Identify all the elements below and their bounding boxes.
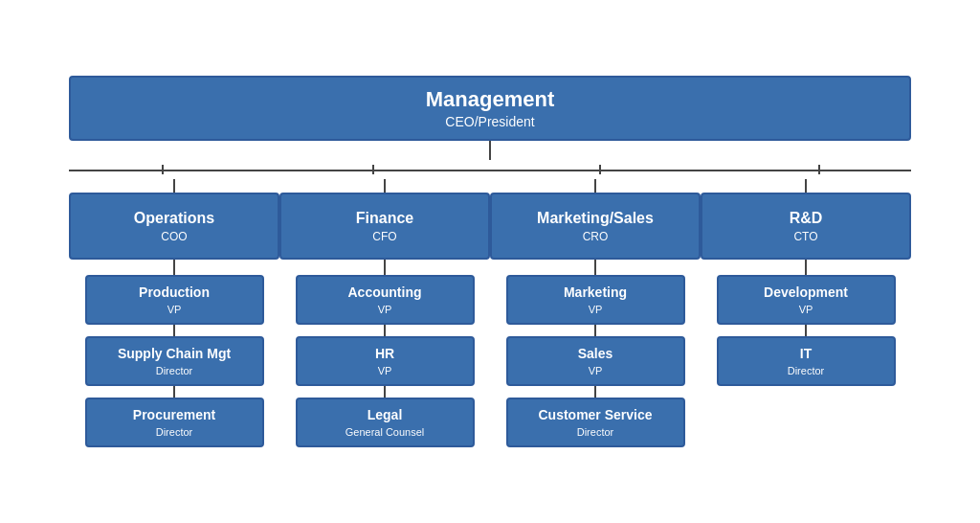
rd-title: R&D xyxy=(712,209,900,227)
marketing-sales-subtitle: CRO xyxy=(501,230,689,243)
second-row-connectors xyxy=(69,179,911,193)
tick-2 xyxy=(372,165,374,174)
columns-row: Operations COO Production VP Supply Chai… xyxy=(69,193,911,446)
production-node: Production VP xyxy=(85,275,264,325)
hr-node: HR VP xyxy=(296,336,475,386)
marketing-sales-title: Marketing/Sales xyxy=(501,209,689,227)
marketing-node: Marketing VP xyxy=(506,275,685,325)
supply-chain-node: Supply Chain Mgt Director xyxy=(85,336,264,386)
rd-children: Development VP IT Director xyxy=(717,275,896,386)
legal-node: Legal General Counsel xyxy=(296,398,475,447)
tick-4 xyxy=(818,165,820,174)
marketing-column: Marketing/Sales CRO Marketing VP Sales V… xyxy=(490,193,701,446)
top-vert-line xyxy=(489,141,491,160)
col-conn-3 xyxy=(490,179,701,193)
it-node: IT Director xyxy=(717,336,896,386)
operations-title: Operations xyxy=(80,209,268,227)
sales-node: Sales VP xyxy=(506,336,685,386)
operations-column: Operations COO Production VP Supply Chai… xyxy=(69,193,279,446)
finance-column: Finance CFO Accounting VP HR VP Legal Ge… xyxy=(279,193,490,446)
top-connector xyxy=(31,141,949,160)
marketing-children: Marketing VP Sales VP Customer Service D… xyxy=(506,275,685,446)
top-level: Management CEO/President xyxy=(31,76,949,141)
tick-3 xyxy=(599,165,601,174)
h-bar xyxy=(69,170,911,171)
operations-node: Operations COO xyxy=(69,193,279,260)
top-node: Management CEO/President xyxy=(69,76,911,141)
rd-subtitle: CTO xyxy=(712,230,900,243)
rd-column: R&D CTO Development VP IT Director xyxy=(701,193,911,446)
finance-subtitle: CFO xyxy=(291,230,479,243)
accounting-node: Accounting VP xyxy=(296,275,475,325)
finance-node: Finance CFO xyxy=(279,193,490,260)
h-bar-wrap xyxy=(69,160,911,179)
marketing-sales-node: Marketing/Sales CRO xyxy=(490,193,701,260)
top-title: Management xyxy=(90,87,890,112)
finance-children: Accounting VP HR VP Legal General Counse… xyxy=(296,275,475,446)
org-chart: Management CEO/President xyxy=(21,60,959,462)
rd-node: R&D CTO xyxy=(701,193,911,260)
top-subtitle: CEO/President xyxy=(90,114,890,129)
operations-subtitle: COO xyxy=(80,230,268,243)
procurement-node: Procurement Director xyxy=(85,398,264,447)
operations-children: Production VP Supply Chain Mgt Director … xyxy=(85,275,264,446)
tick-1 xyxy=(162,165,164,174)
col-conn-1 xyxy=(69,179,279,193)
finance-title: Finance xyxy=(291,209,479,227)
col-conn-2 xyxy=(279,179,490,193)
development-node: Development VP xyxy=(717,275,896,325)
col-conn-4 xyxy=(701,179,911,193)
customer-service-node: Customer Service Director xyxy=(506,398,685,447)
